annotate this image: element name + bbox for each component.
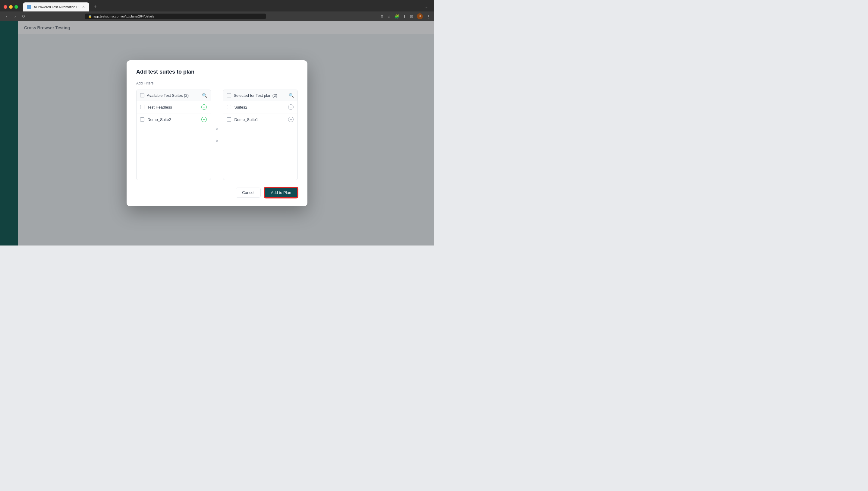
transfer-all-left-button[interactable]: « <box>215 137 220 144</box>
selected-item-1-label: Demo_Suite1 <box>234 117 285 122</box>
selected-item-0-checkbox[interactable] <box>227 105 231 109</box>
available-item-1: Demo_Suite2 + <box>136 113 211 125</box>
available-item-0-label: Test Headless <box>147 105 198 110</box>
available-item-0-checkbox[interactable] <box>140 105 144 109</box>
lists-container: Available Test Suites (2) 🔍 Test Headles… <box>136 90 298 180</box>
selected-panel-header: Selected for Test plan (2) 🔍 <box>223 90 298 101</box>
download-icon[interactable]: ⬇ <box>403 14 406 19</box>
transfer-all-right-button[interactable]: » <box>215 125 220 133</box>
add-to-plan-button[interactable]: Add to Plan <box>264 187 298 198</box>
selected-panel-title: Selected for Test plan (2) <box>234 93 286 98</box>
url-text: app.testsigma.com/ui/td/plans/264/detail… <box>93 15 154 18</box>
bookmark-icon[interactable]: ☆ <box>387 14 391 19</box>
lock-icon: 🔒 <box>88 15 92 18</box>
modal-title: Add test suites to plan <box>136 69 298 75</box>
browser-menu-icon[interactable]: ⌄ <box>425 5 430 9</box>
address-bar-row: ‹ › ↻ 🔒 app.testsigma.com/ui/td/plans/26… <box>0 11 434 21</box>
transfer-buttons: » « <box>211 90 223 180</box>
maximize-traffic-light[interactable] <box>14 5 18 9</box>
available-item-1-add-action[interactable]: + <box>201 116 207 122</box>
selected-search-icon[interactable]: 🔍 <box>289 93 294 98</box>
selected-item-1-remove-action[interactable]: − <box>288 116 294 122</box>
tab-grid-icon[interactable]: ⊟ <box>410 14 413 19</box>
available-panel-header: Available Test Suites (2) 🔍 <box>136 90 211 101</box>
selected-item-1-checkbox[interactable] <box>227 117 231 121</box>
cancel-button[interactable]: Cancel <box>236 187 260 198</box>
active-tab[interactable]: AI Powered Test Automation P ✕ <box>23 2 89 11</box>
available-panel-title: Available Test Suites (2) <box>147 93 199 98</box>
address-bar[interactable]: 🔒 app.testsigma.com/ui/td/plans/264/deta… <box>85 13 266 19</box>
available-item-0-add-action[interactable]: + <box>201 104 207 110</box>
selected-item-0: Suites2 − <box>223 101 298 113</box>
available-item-1-checkbox[interactable] <box>140 117 144 121</box>
remove-icon-1[interactable]: − <box>288 117 293 122</box>
available-item-0: Test Headless + <box>136 101 211 113</box>
modal-backdrop: Add test suites to plan Add Filters Avai… <box>0 21 434 246</box>
selected-item-0-label: Suites2 <box>234 105 285 110</box>
add-icon-1[interactable]: + <box>201 117 207 122</box>
back-button[interactable]: ‹ <box>4 14 10 19</box>
reload-button[interactable]: ↻ <box>21 14 27 19</box>
available-item-1-label: Demo_Suite2 <box>147 117 198 122</box>
selected-select-all-checkbox[interactable] <box>227 93 231 97</box>
close-traffic-light[interactable] <box>4 5 7 9</box>
tab-title: AI Powered Test Automation P <box>34 5 79 9</box>
share-icon[interactable]: ⬆ <box>380 14 384 19</box>
available-panel: Available Test Suites (2) 🔍 Test Headles… <box>136 90 211 180</box>
selected-item-0-remove-action[interactable]: − <box>288 104 294 110</box>
modal-dialog: Add test suites to plan Add Filters Avai… <box>127 60 307 206</box>
add-icon-0[interactable]: + <box>201 104 207 110</box>
selected-panel: Selected for Test plan (2) 🔍 Suites2 − D… <box>223 90 298 180</box>
available-search-icon[interactable]: 🔍 <box>202 93 207 98</box>
tab-favicon <box>27 5 31 9</box>
tab-bar: AI Powered Test Automation P ✕ + ⌄ <box>0 0 434 11</box>
browser-menu-dots[interactable]: ⋮ <box>427 14 430 19</box>
tab-close-icon[interactable]: ✕ <box>82 5 85 9</box>
browser-actions: ⬆ ☆ 🧩 ⬇ ⊟ U ⋮ <box>380 13 430 19</box>
user-avatar[interactable]: U <box>417 13 423 19</box>
traffic-lights <box>4 5 18 9</box>
selected-item-1: Demo_Suite1 − <box>223 113 298 125</box>
browser-chrome: AI Powered Test Automation P ✕ + ⌄ ‹ › ↻… <box>0 0 434 21</box>
extensions-icon[interactable]: 🧩 <box>395 14 399 19</box>
minimize-traffic-light[interactable] <box>9 5 13 9</box>
new-tab-button[interactable]: + <box>92 4 98 10</box>
available-select-all-checkbox[interactable] <box>140 93 144 97</box>
add-filters-label: Add Filters <box>136 81 298 85</box>
forward-button[interactable]: › <box>12 14 18 19</box>
remove-icon-0[interactable]: − <box>288 104 293 110</box>
modal-footer: Cancel Add to Plan <box>136 187 298 198</box>
